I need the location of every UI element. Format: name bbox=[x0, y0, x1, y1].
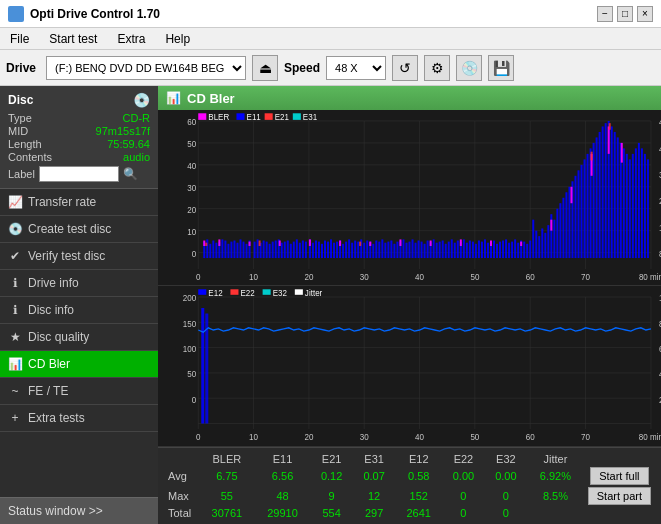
transfer-rate-icon: 📈 bbox=[8, 195, 22, 209]
sidebar-item-transfer-rate[interactable]: 📈 Transfer rate bbox=[0, 189, 158, 216]
svg-rect-73 bbox=[375, 241, 377, 259]
settings-button[interactable]: ⚙ bbox=[424, 55, 450, 81]
bottom-chart: 200 150 100 50 0 0 10 20 30 40 50 60 70 … bbox=[158, 286, 661, 447]
svg-rect-49 bbox=[302, 241, 304, 259]
svg-text:E31: E31 bbox=[303, 112, 318, 122]
col-e21: E21 bbox=[310, 452, 352, 466]
svg-rect-46 bbox=[293, 242, 295, 258]
svg-rect-65 bbox=[351, 243, 353, 258]
stats-total-e31: 297 bbox=[353, 506, 395, 520]
speed-select[interactable]: 48 X bbox=[326, 56, 386, 80]
save-button[interactable]: 💾 bbox=[488, 55, 514, 81]
svg-rect-45 bbox=[290, 244, 292, 258]
svg-rect-37 bbox=[266, 242, 268, 258]
minimize-button[interactable]: − bbox=[597, 6, 613, 22]
svg-rect-122 bbox=[523, 242, 525, 258]
svg-text:70: 70 bbox=[581, 272, 590, 282]
svg-rect-58 bbox=[330, 239, 332, 258]
svg-rect-89 bbox=[424, 244, 426, 258]
svg-rect-124 bbox=[529, 241, 531, 259]
svg-rect-113 bbox=[496, 244, 498, 258]
svg-text:E32: E32 bbox=[273, 288, 288, 298]
svg-rect-54 bbox=[318, 242, 320, 258]
svg-rect-214 bbox=[293, 113, 301, 120]
drive-select[interactable]: (F:) BENQ DVD DD EW164B BEGB bbox=[46, 56, 246, 80]
svg-rect-44 bbox=[287, 241, 289, 259]
menu-help[interactable]: Help bbox=[161, 30, 194, 48]
sidebar-item-verify-test-disc[interactable]: ✔ Verify test disc bbox=[0, 243, 158, 270]
svg-rect-33 bbox=[254, 242, 256, 258]
col-e31: E31 bbox=[353, 452, 395, 466]
disc-label-icon: 🔍 bbox=[123, 167, 138, 181]
col-e32: E32 bbox=[485, 452, 527, 466]
stats-max-e12: 152 bbox=[395, 486, 442, 506]
svg-rect-160 bbox=[638, 143, 640, 258]
stats-total-e22: 0 bbox=[442, 506, 484, 520]
sidebar-item-disc-info[interactable]: ℹ Disc info bbox=[0, 297, 158, 324]
start-full-button[interactable]: Start full bbox=[590, 467, 648, 485]
svg-text:10: 10 bbox=[249, 272, 258, 282]
stats-row-max: Max 55 48 9 12 152 0 0 8.5% Start part bbox=[164, 486, 655, 506]
disc-label-input[interactable] bbox=[39, 166, 119, 182]
charts-area: 60 50 40 30 20 10 0 0 10 20 30 40 50 60 … bbox=[158, 110, 661, 447]
svg-rect-143 bbox=[587, 154, 589, 258]
svg-rect-31 bbox=[246, 244, 248, 258]
sidebar-item-drive-info[interactable]: ℹ Drive info bbox=[0, 270, 158, 297]
fe-te-icon: ~ bbox=[8, 384, 22, 398]
sidebar-item-extra-tests[interactable]: + Extra tests bbox=[0, 405, 158, 432]
col-e12: E12 bbox=[395, 452, 442, 466]
svg-rect-95 bbox=[442, 241, 444, 259]
disk-button[interactable]: 💿 bbox=[456, 55, 482, 81]
menu-file[interactable]: File bbox=[6, 30, 33, 48]
sidebar-item-create-test-disc[interactable]: 💿 Create test disc bbox=[0, 216, 158, 243]
col-e11: E11 bbox=[255, 452, 311, 466]
disc-type-val: CD-R bbox=[123, 112, 151, 124]
refresh-button[interactable]: ↺ bbox=[392, 55, 418, 81]
svg-rect-165 bbox=[218, 239, 220, 246]
svg-rect-182 bbox=[259, 241, 261, 246]
maximize-button[interactable]: □ bbox=[617, 6, 633, 22]
col-e22: E22 bbox=[442, 452, 484, 466]
start-part-button[interactable]: Start part bbox=[588, 487, 651, 505]
nav-label-drive-info: Drive info bbox=[28, 276, 79, 290]
svg-rect-62 bbox=[342, 244, 344, 258]
col-jitter: Jitter bbox=[527, 452, 584, 466]
stats-max-e21: 9 bbox=[310, 486, 352, 506]
svg-rect-30 bbox=[243, 242, 245, 258]
sidebar: Disc 💿 Type CD-R MID 97m15s17f Length 75… bbox=[0, 86, 158, 524]
svg-text:30: 30 bbox=[187, 183, 196, 193]
svg-rect-137 bbox=[568, 187, 570, 258]
svg-rect-120 bbox=[517, 243, 519, 258]
sidebar-item-fe-te[interactable]: ~ FE / TE bbox=[0, 378, 158, 405]
eject-button[interactable]: ⏏ bbox=[252, 55, 278, 81]
status-window-button[interactable]: Status window >> bbox=[0, 497, 158, 524]
svg-rect-98 bbox=[451, 239, 453, 258]
svg-rect-153 bbox=[617, 137, 619, 258]
svg-rect-146 bbox=[596, 137, 598, 258]
svg-rect-27 bbox=[233, 241, 235, 259]
svg-rect-181 bbox=[205, 243, 207, 246]
menu-extra[interactable]: Extra bbox=[113, 30, 149, 48]
menu-start-test[interactable]: Start test bbox=[45, 30, 101, 48]
svg-rect-36 bbox=[263, 241, 265, 259]
svg-rect-133 bbox=[556, 209, 558, 258]
svg-rect-148 bbox=[602, 126, 604, 258]
speed-label: Speed bbox=[284, 61, 320, 75]
svg-rect-162 bbox=[644, 154, 646, 258]
svg-rect-156 bbox=[626, 154, 628, 258]
svg-rect-183 bbox=[359, 242, 361, 246]
stats-avg-e12: 0.58 bbox=[395, 466, 442, 486]
svg-rect-257 bbox=[263, 290, 271, 296]
svg-rect-83 bbox=[405, 243, 407, 258]
disc-contents-key: Contents bbox=[8, 151, 52, 163]
chart-title: CD Bler bbox=[187, 91, 235, 106]
svg-rect-176 bbox=[550, 220, 552, 231]
disc-length-row: Length 75:59.64 bbox=[8, 138, 150, 150]
svg-rect-42 bbox=[281, 243, 283, 258]
cd-bler-icon: 📊 bbox=[8, 357, 22, 371]
svg-rect-147 bbox=[599, 132, 601, 258]
sidebar-item-cd-bler[interactable]: 📊 CD Bler bbox=[0, 351, 158, 378]
svg-rect-34 bbox=[257, 239, 259, 258]
sidebar-item-disc-quality[interactable]: ★ Disc quality bbox=[0, 324, 158, 351]
close-button[interactable]: × bbox=[637, 6, 653, 22]
